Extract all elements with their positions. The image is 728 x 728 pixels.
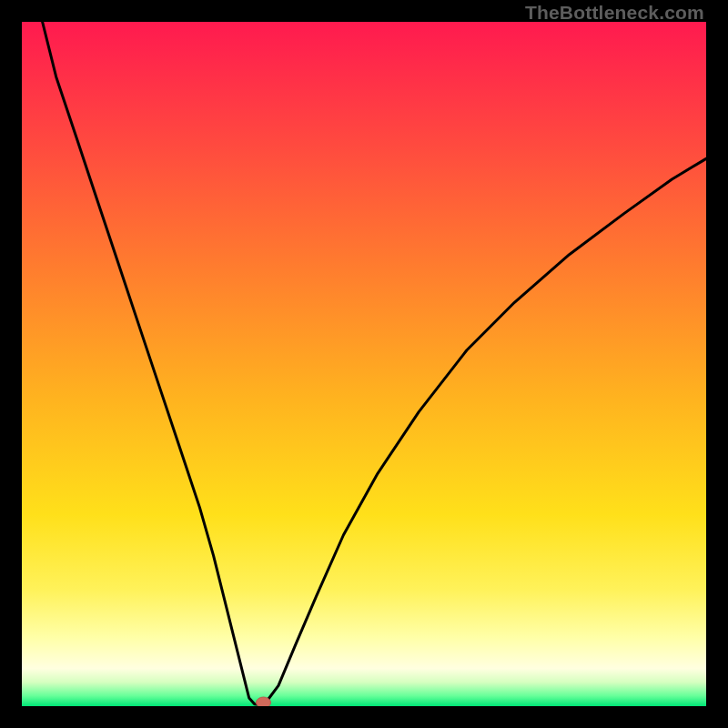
chart-svg bbox=[22, 22, 706, 706]
optimal-point-marker bbox=[257, 697, 271, 706]
watermark-text: TheBottleneck.com bbox=[525, 2, 704, 24]
chart-frame bbox=[22, 22, 706, 706]
gradient-background bbox=[22, 22, 706, 706]
